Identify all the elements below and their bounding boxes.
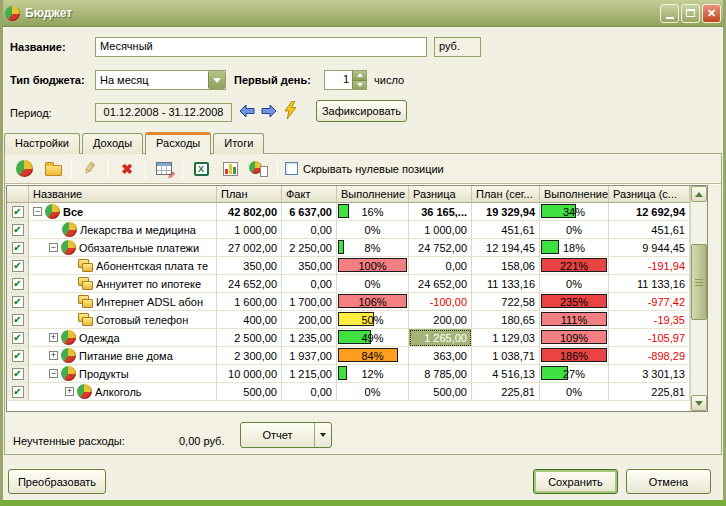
cell-name[interactable]: −Обязательные платежи xyxy=(29,239,217,257)
cell-exec[interactable]: 49% xyxy=(337,329,409,347)
spinner-up-button[interactable] xyxy=(353,71,366,81)
cell-diff[interactable]: 24 652,00 xyxy=(409,275,472,293)
cell-exec[interactable]: 106% xyxy=(337,293,409,311)
row-checkbox[interactable]: ✔ xyxy=(12,296,24,308)
row-checkbox[interactable]: ✔ xyxy=(12,332,24,344)
cell-diff[interactable]: 0,00 xyxy=(409,257,472,275)
report-button[interactable]: Отчет xyxy=(240,422,332,448)
table-row[interactable]: ✔Аннуитет по ипотеке24 652,000,000%24 65… xyxy=(7,275,690,293)
table-row[interactable]: ✔+Питание вне дома2 300,001 937,0084%363… xyxy=(7,347,690,365)
cell-diff[interactable]: 1 000,00 xyxy=(409,221,472,239)
cell-plan2[interactable]: 1 129,03 xyxy=(472,329,540,347)
cell-name[interactable]: +Питание вне дома xyxy=(29,347,217,365)
table-row[interactable]: ✔−Продукты10 000,001 215,0012%8 785,004 … xyxy=(7,365,690,383)
cell-fact[interactable]: 6 637,00 xyxy=(282,203,337,221)
column-header[interactable]: Разница xyxy=(409,186,472,203)
cell-plan2[interactable]: 225,81 xyxy=(472,383,540,401)
cell-fact[interactable]: 1 700,00 xyxy=(282,293,337,311)
table-edit-icon[interactable]: ✎ xyxy=(153,158,175,180)
cell-plan[interactable]: 24 652,00 xyxy=(217,275,282,293)
tab-expenses[interactable]: Расходы xyxy=(145,132,211,155)
cell-exec[interactable]: 0% xyxy=(337,275,409,293)
column-header-blank[interactable] xyxy=(7,186,29,203)
cell-name[interactable]: Лекарства и медицина xyxy=(29,221,217,239)
cell-diff2[interactable]: 11 133,16 xyxy=(609,275,690,293)
convert-button[interactable]: Преобразовать xyxy=(8,469,106,494)
minimize-button[interactable] xyxy=(660,4,679,23)
next-period-button[interactable] xyxy=(261,104,277,118)
table-row[interactable]: ✔Абонентская плата те350,00350,00100%0,0… xyxy=(7,257,690,275)
expander-icon[interactable]: − xyxy=(33,207,42,216)
fix-button[interactable]: Зафиксировать xyxy=(316,100,407,122)
cell-exec[interactable]: 16% xyxy=(337,203,409,221)
expander-icon[interactable]: + xyxy=(49,351,58,360)
cell-exec[interactable]: 50% xyxy=(337,311,409,329)
titlebar[interactable]: Бюджет ✕ xyxy=(0,0,726,27)
maximize-button[interactable] xyxy=(681,4,700,23)
cell-plan2[interactable]: 11 133,16 xyxy=(472,275,540,293)
cell-plan[interactable]: 10 000,00 xyxy=(217,365,282,383)
row-checkbox[interactable]: ✔ xyxy=(12,206,24,218)
cell-name[interactable]: +Алкоголь xyxy=(29,383,217,401)
cell-diff2[interactable]: 12 692,94 xyxy=(609,203,690,221)
cell-plan2[interactable]: 4 516,13 xyxy=(472,365,540,383)
cell-fact[interactable]: 1 215,00 xyxy=(282,365,337,383)
table-row[interactable]: ✔Интернет ADSL абон1 600,001 700,00106%-… xyxy=(7,293,690,311)
cell-diff2[interactable]: 9 944,45 xyxy=(609,239,690,257)
cell-plan[interactable]: 1 600,00 xyxy=(217,293,282,311)
cell-exec[interactable]: 8% xyxy=(337,239,409,257)
cell-name[interactable]: −Продукты xyxy=(29,365,217,383)
cell-diff2[interactable]: 451,61 xyxy=(609,221,690,239)
table-row[interactable]: ✔+Одежда2 500,001 235,0049%1 265,001 129… xyxy=(7,329,690,347)
row-checkbox[interactable]: ✔ xyxy=(12,260,24,272)
combo-dropdown-button[interactable] xyxy=(208,71,225,89)
tab-income[interactable]: Доходы xyxy=(82,133,143,154)
cell-exec2[interactable]: 186% xyxy=(540,347,609,365)
cell-fact[interactable]: 0,00 xyxy=(282,383,337,401)
row-checkbox[interactable]: ✔ xyxy=(12,278,24,290)
pencil-icon[interactable]: ✎ xyxy=(79,158,101,180)
column-header[interactable]: Разница (с... xyxy=(609,186,690,203)
cell-name[interactable]: Интернет ADSL абон xyxy=(29,293,217,311)
cell-exec[interactable]: 0% xyxy=(337,221,409,239)
cell-exec2[interactable]: 18% xyxy=(540,239,609,257)
cell-fact[interactable]: 0,00 xyxy=(282,221,337,239)
row-checkbox[interactable]: ✔ xyxy=(12,314,24,326)
first-day-stepper[interactable]: 1 xyxy=(324,70,367,90)
expander-icon[interactable]: − xyxy=(49,243,58,252)
cell-plan2[interactable]: 19 329,94 xyxy=(472,203,540,221)
cell-plan[interactable]: 42 802,00 xyxy=(217,203,282,221)
cell-plan2[interactable]: 158,06 xyxy=(472,257,540,275)
cell-name[interactable]: +Одежда xyxy=(29,329,217,347)
table-row[interactable]: ✔Лекарства и медицина1 000,000,000%1 000… xyxy=(7,221,690,239)
scrollbar-thumb[interactable] xyxy=(691,244,707,320)
cell-exec2[interactable]: 27% xyxy=(540,365,609,383)
cell-exec[interactable]: 100% xyxy=(337,257,409,275)
cell-plan[interactable]: 27 002,00 xyxy=(217,239,282,257)
row-checkbox[interactable]: ✔ xyxy=(12,242,24,254)
row-checkbox[interactable]: ✔ xyxy=(12,386,24,398)
cell-diff[interactable]: -100,00 xyxy=(409,293,472,311)
cell-plan[interactable]: 1 000,00 xyxy=(217,221,282,239)
cell-name[interactable]: −Все xyxy=(29,203,217,221)
tab-totals[interactable]: Итоги xyxy=(213,133,264,154)
cell-plan[interactable]: 400,00 xyxy=(217,311,282,329)
column-header[interactable]: План xyxy=(217,186,282,203)
cell-diff[interactable]: 8 785,00 xyxy=(409,365,472,383)
cell-exec2[interactable]: 0% xyxy=(540,275,609,293)
column-header[interactable]: Факт xyxy=(282,186,337,203)
cell-exec[interactable]: 0% xyxy=(337,383,409,401)
cell-plan[interactable]: 2 300,00 xyxy=(217,347,282,365)
cell-name[interactable]: Сотовый телефон xyxy=(29,311,217,329)
cell-exec2[interactable]: 0% xyxy=(540,221,609,239)
table-row[interactable]: ✔+Алкоголь500,000,000%500,00225,810%225,… xyxy=(7,383,690,401)
cell-diff2[interactable]: -191,94 xyxy=(609,257,690,275)
column-header[interactable]: План (сег... xyxy=(472,186,540,203)
close-button[interactable]: ✕ xyxy=(702,4,721,23)
pie-chart-icon[interactable] xyxy=(13,158,35,180)
scroll-down-button[interactable] xyxy=(691,395,707,411)
cell-diff2[interactable]: -19,35 xyxy=(609,311,690,329)
cell-diff[interactable]: 36 165,... xyxy=(409,203,472,221)
vertical-scrollbar[interactable] xyxy=(690,186,707,411)
cell-diff2[interactable]: 3 301,13 xyxy=(609,365,690,383)
